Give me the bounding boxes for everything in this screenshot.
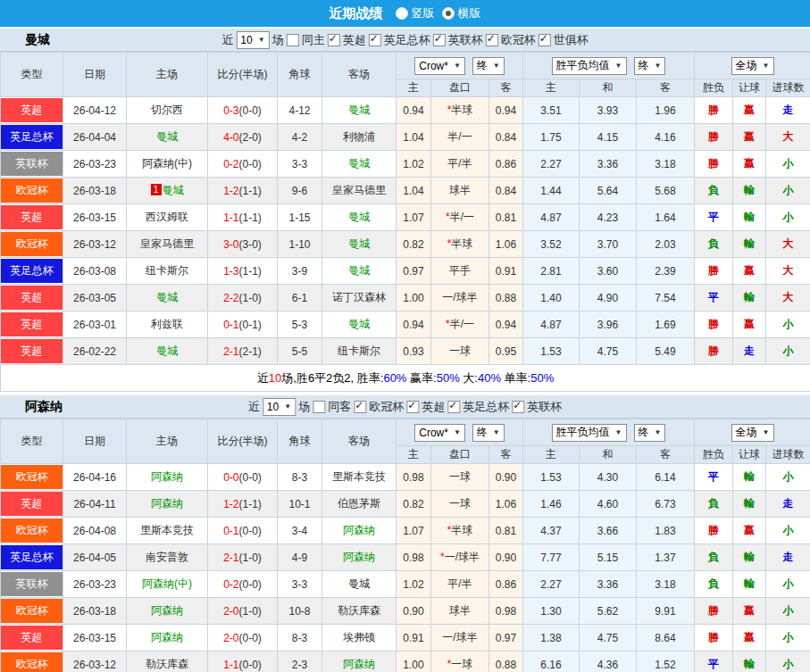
odds-stage-select[interactable]: 终 xyxy=(472,57,505,75)
goals-result-cell: 小 xyxy=(766,464,810,491)
league-filter-checkbox-欧冠杯[interactable] xyxy=(486,34,498,46)
odds-company-select[interactable]: Crow* xyxy=(414,57,465,75)
league-filter-checkbox-英超[interactable] xyxy=(406,401,419,413)
goals-result-cell: 小 xyxy=(766,151,810,178)
avg-home-odds: 4.87 xyxy=(523,204,580,231)
layout-radio-竖版[interactable]: 竖版 xyxy=(396,5,435,21)
avg-home-odds: 2.27 xyxy=(523,151,580,178)
away-team-name: 皇家马德里 xyxy=(332,184,386,196)
layout-radio-group: 竖版横版 xyxy=(388,5,481,22)
avg-odds-select[interactable]: 胜平负均值 xyxy=(552,424,627,442)
result-cell: 負 xyxy=(695,491,733,518)
away-team-name: 里斯本竞技 xyxy=(332,470,386,483)
fulltime-score: 2-1 xyxy=(223,552,238,564)
away-team-name: 阿森纳 xyxy=(343,524,375,536)
result-cell: 勝 xyxy=(695,124,733,151)
summary-part: 50% xyxy=(437,371,460,385)
top-bar: 近期战绩 竖版横版 xyxy=(0,0,810,27)
match-date: 26-03-18 xyxy=(63,178,127,204)
same-side-checkbox[interactable] xyxy=(313,401,325,413)
scope-select[interactable]: 全场 xyxy=(731,424,774,442)
corner-score: 10-8 xyxy=(278,598,322,625)
result-cell: 勝 xyxy=(695,151,733,178)
avg-away-odds: 1.96 xyxy=(637,97,695,124)
away-team-name: 伯恩茅斯 xyxy=(338,497,380,510)
away-team: 阿森纳 xyxy=(322,518,397,544)
handicap-result-cell: 贏 xyxy=(733,598,766,625)
result-cell: 平 xyxy=(695,204,733,231)
away-team: 曼城 xyxy=(322,97,397,124)
chevron-down-icon xyxy=(284,402,291,411)
corner-score: 2-3 xyxy=(278,651,322,672)
col-handicap: 盘口 xyxy=(431,79,489,97)
col-avg-home: 主 xyxy=(523,446,580,464)
fulltime-score: 0-2 xyxy=(223,158,238,170)
same-side-checkbox[interactable] xyxy=(287,34,299,46)
handicap: 平/半 xyxy=(431,151,489,178)
league-filter-checkbox-英足总杯[interactable] xyxy=(369,34,381,46)
league-filter-label: 英足总杯 xyxy=(384,32,430,48)
avg-home-odds: 1.38 xyxy=(523,625,580,651)
home-team-name: 勒沃库森 xyxy=(146,658,188,670)
avg-odds-select[interactable]: 胜平负均值 xyxy=(552,57,627,75)
summary-cell: 近10场,胜6平2负2, 胜率:60% 赢率:50% 大:40% 单率:50% xyxy=(1,365,810,392)
goals-result-cell: 小 xyxy=(766,311,810,338)
goals-result-cell: 大 xyxy=(766,285,810,311)
matches-table: 类型 日期 主场 比分(半场) 角球 客场 Crow* 终 胜平负均值 终 xyxy=(0,52,810,392)
away-odds: 0.84 xyxy=(489,124,523,151)
league-filter-checkbox-世俱杯[interactable] xyxy=(539,34,551,46)
league-filter-checkbox-英超[interactable] xyxy=(328,34,340,46)
odds-stage-select[interactable]: 终 xyxy=(472,424,505,442)
avg-away-odds: 3.18 xyxy=(637,151,695,178)
odds-company-select[interactable]: Crow* xyxy=(414,424,465,442)
away-team-name: 纽卡斯尔 xyxy=(338,344,380,357)
match-date: 26-03-15 xyxy=(63,204,127,231)
away-odds: 0.90 xyxy=(489,544,523,571)
match-score: 0-1(0-1) xyxy=(208,311,278,338)
scope-select[interactable]: 全场 xyxy=(731,57,774,75)
league-filter-checkbox-英足总杯[interactable] xyxy=(447,401,460,413)
near-count-select[interactable]: 10 xyxy=(236,31,269,49)
avg-draw-odds: 4.36 xyxy=(580,651,637,672)
avg-away-odds: 5.68 xyxy=(637,178,695,204)
league-filter-checkbox-英联杯[interactable] xyxy=(433,34,446,46)
near-count-select[interactable]: 10 xyxy=(263,398,296,416)
away-team-name: 曼城 xyxy=(348,211,370,223)
handicap-text: 一球 xyxy=(451,658,472,670)
avg-away-odds: 1.37 xyxy=(637,544,695,571)
away-odds: 0.97 xyxy=(489,625,523,651)
league-filter-label: 欧冠杯 xyxy=(369,399,404,415)
away-odds: 0.95 xyxy=(489,338,523,365)
avg-stage-select[interactable]: 终 xyxy=(634,424,666,442)
league-filter-checkbox-英联杯[interactable] xyxy=(512,401,524,413)
avg-away-odds: 4.16 xyxy=(637,124,695,151)
away-team-name: 曼城 xyxy=(348,237,370,250)
halftime-score: (2-1) xyxy=(239,345,262,358)
avg-draw-odds: 3.96 xyxy=(580,311,637,338)
handicap-result-cell: 輸 xyxy=(733,651,766,672)
result-cell: 勝 xyxy=(695,97,733,124)
avg-home-odds: 3.51 xyxy=(523,97,580,124)
home-odds: 1.02 xyxy=(397,151,431,178)
layout-radio-横版[interactable]: 横版 xyxy=(442,5,481,21)
summary-row: 近10场,胜6平2负2, 胜率:60% 赢率:50% 大:40% 单率:50% xyxy=(1,365,810,392)
league-filter-checkbox-欧冠杯[interactable] xyxy=(354,401,366,413)
near-count-select-value: 10 xyxy=(240,34,252,46)
home-team-name: 曼城 xyxy=(156,344,178,357)
avg-draw-odds: 4.75 xyxy=(580,625,637,651)
match-row: 英超26-03-15西汉姆联1-1(1-1)1-15曼城1.07*半/一0.81… xyxy=(1,204,810,231)
match-date: 26-03-08 xyxy=(63,258,127,285)
radio-icon xyxy=(396,7,408,20)
col-goals: 进球数 xyxy=(766,446,810,464)
avg-stage-select[interactable]: 终 xyxy=(634,57,666,75)
league-type-cell: 英超 xyxy=(1,285,63,311)
goals-result-cell: 小 xyxy=(766,651,810,672)
home-odds: 0.90 xyxy=(397,598,431,625)
halftime-score: (1-1) xyxy=(239,498,262,510)
corner-score: 6-1 xyxy=(278,285,322,311)
chevron-down-icon xyxy=(493,428,500,436)
chevron-down-icon xyxy=(615,62,622,70)
home-team: 阿森纳 xyxy=(127,598,208,625)
league-filter-label: 英超 xyxy=(343,32,366,48)
col-away-odds: 客 xyxy=(489,446,523,464)
